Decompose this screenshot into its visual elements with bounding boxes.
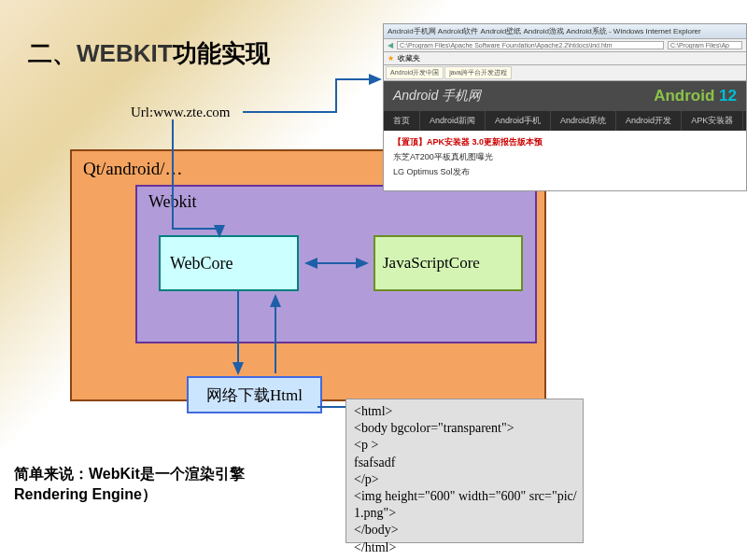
site-nav: 首页 Android新闻 Android手机 Android系统 Android… [384, 111, 746, 131]
caption: 简单来说：WebKit是一个渲染引擎 Rendering Engine） [14, 464, 245, 506]
jscore-label: JavaScriptCore [383, 254, 480, 273]
title-prefix: 二、 [28, 39, 77, 67]
android-logo: Android 12 [654, 87, 737, 105]
news-line[interactable]: LG Optimus Sol发布 [393, 166, 737, 178]
caption-line-2: Rendering Engine） [14, 484, 245, 505]
address-field[interactable]: C:\Program Files\Apache Software Foundat… [397, 41, 664, 49]
code-sample: <html> <body bgcolor="transparent"> <p >… [345, 399, 584, 543]
nav-back-icon[interactable]: ◀ [388, 41, 393, 49]
browser-fav-bar: ★ 收藏夹 [384, 52, 746, 65]
network-box: 网络下载Html [187, 376, 322, 413]
sticky-post[interactable]: 【置顶】APK安装器 3.0更新报告版本预 [393, 136, 737, 148]
slide-title: 二、WEBKIT功能实现 [28, 37, 270, 70]
nav-item[interactable]: 首页 [384, 111, 420, 131]
jscore-box: JavaScriptCore [374, 235, 523, 291]
title-suffix: 功能实现 [173, 39, 270, 67]
browser-address-bar: ◀ C:\Program Files\Apache Software Found… [384, 39, 746, 52]
favorites-label[interactable]: 收藏夹 [398, 53, 420, 63]
browser-title-bar: Android手机网 Android软件 Android壁纸 Android游戏… [384, 24, 746, 39]
browser-tabs: Android开发中国 java跨平台开发进程 [384, 65, 746, 81]
site-content: 【置顶】APK安装器 3.0更新报告版本预 东芝AT200平板真机图曝光 LG … [384, 131, 746, 184]
caption-line-1: 简单来说：WebKit是一个渲染引擎 [14, 464, 245, 484]
tab-1[interactable]: Android开发中国 [386, 66, 444, 79]
network-label: 网络下载Html [206, 385, 303, 406]
url-label: Url:www.zte.com [131, 105, 231, 120]
webkit-label: Webkit [148, 192, 197, 212]
webcore-label: WebCore [170, 254, 233, 273]
site-title: Android 手机网 [393, 88, 481, 105]
search-field[interactable]: C:\Program Files\Ap [668, 41, 742, 49]
browser-preview: Android手机网 Android软件 Android壁纸 Android游戏… [383, 23, 747, 191]
news-line[interactable]: 东芝AT200平板真机图曝光 [393, 151, 737, 163]
nav-item[interactable]: Android开发 [616, 111, 682, 131]
nav-item[interactable]: Android新闻 [420, 111, 486, 131]
favorites-icon[interactable]: ★ [388, 54, 394, 63]
qt-label: Qt/android/… [83, 159, 183, 179]
title-main: WEBKIT [77, 39, 173, 67]
nav-item[interactable]: Android系统 [551, 111, 616, 131]
nav-item[interactable]: APK安装器 [682, 111, 743, 131]
nav-item[interactable]: Android手机 [486, 111, 551, 131]
webcore-box: WebCore [159, 235, 299, 291]
site-header: Android 手机网 Android 12 [384, 81, 746, 111]
tab-2[interactable]: java跨平台开发进程 [444, 66, 512, 79]
